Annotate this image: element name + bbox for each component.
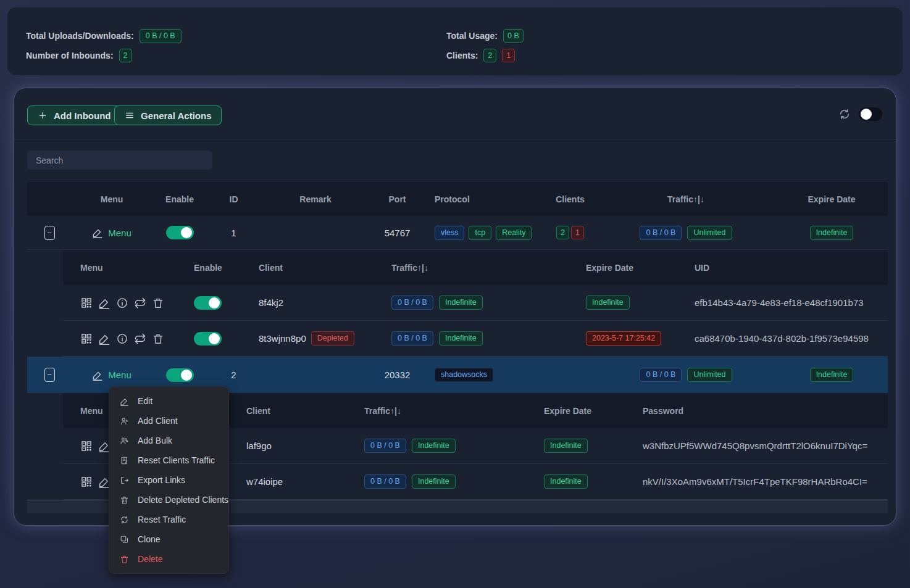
trash-icon [120, 555, 129, 564]
expire-badge: Indefinite [586, 296, 630, 310]
subheader-client: Client [232, 393, 356, 428]
qrcode-icon[interactable] [80, 333, 93, 345]
reset-traffic-icon[interactable] [134, 333, 146, 345]
search-input[interactable] [27, 151, 212, 170]
inbounds-panel: Add Inbound General Actions Menu Enable … [14, 88, 896, 526]
row-menu-button[interactable]: Menu [92, 370, 131, 381]
subheader-expire-date: Expire Date [532, 393, 637, 428]
total-uploads-downloads-value: 0 B / 0 B [140, 29, 182, 43]
collapse-row-button[interactable]: − [44, 368, 55, 382]
inbound-id: 1 [207, 216, 260, 249]
refresh-icon[interactable] [838, 108, 851, 120]
traffic-badge: 0 B / 0 B [391, 331, 433, 346]
traffic-limit-badge: Unlimited [687, 226, 732, 240]
clients-label: Clients: [446, 51, 478, 60]
clients-depleted-badge: 1 [571, 226, 584, 239]
general-actions-label: General Actions [141, 110, 211, 121]
menu-item-reset-traffic[interactable]: Reset Traffic [109, 510, 228, 529]
expire-badge: 2023-5-7 17:25:42 [586, 331, 661, 346]
menu-item-delete[interactable]: Delete [109, 549, 228, 569]
client-uid: efb14b43-4a79-4e83-ef18-e48cf1901b73 [686, 285, 888, 320]
client-name: 8f4kj2 [251, 285, 371, 320]
menu-item-clone[interactable]: Clone [109, 529, 228, 549]
transport-badge: tcp [469, 226, 491, 240]
auto-refresh-toggle[interactable] [859, 107, 882, 121]
inbound-port: 20332 [371, 357, 424, 393]
number-of-inbounds-label: Number of Inbounds: [26, 51, 114, 60]
client-name: 8t3wjnn8p0 [259, 333, 306, 344]
add-inbound-button[interactable]: Add Inbound [27, 106, 121, 125]
enable-toggle[interactable] [194, 296, 222, 310]
edit-icon[interactable] [98, 333, 111, 345]
row-menu-button[interactable]: Menu [92, 227, 131, 238]
info-icon[interactable] [116, 297, 128, 309]
enable-toggle[interactable] [166, 368, 194, 382]
total-usage: Total Usage: 0 B [446, 28, 524, 43]
expire-badge: Indefinite [544, 474, 588, 489]
reset-traffic-icon[interactable] [134, 297, 146, 309]
menu-item-add-bulk[interactable]: Add Bulk [109, 431, 228, 450]
info-icon[interactable] [116, 333, 128, 345]
qrcode-icon[interactable] [80, 476, 93, 488]
header-traffic[interactable]: Traffic↑|↓ [596, 182, 775, 216]
traffic-badge: 0 B / 0 B [640, 226, 682, 240]
pen-icon [120, 397, 129, 406]
clients-subtable-1: Menu Enable Client Traffic↑|↓ Expire Dat… [63, 250, 888, 357]
inbound-port: 54767 [371, 216, 424, 249]
menu-item-add-client[interactable]: Add Client [109, 411, 228, 431]
plus-icon [38, 110, 48, 120]
menu-item-export-links[interactable]: Export Links [109, 470, 228, 490]
header-expire-date: Expire Date [775, 182, 888, 216]
subheader-password: Password [637, 393, 888, 428]
clone-icon [120, 535, 129, 544]
enable-toggle[interactable] [194, 332, 222, 346]
qrcode-icon[interactable] [80, 440, 93, 452]
number-of-inbounds: Number of Inbounds: 2 [26, 48, 132, 63]
security-badge: Reality [496, 226, 532, 240]
subheader-traffic[interactable]: Traffic↑|↓ [356, 393, 532, 428]
header-menu: Menu [72, 182, 152, 216]
clients-active-badge: 2 [556, 226, 569, 239]
traffic-badge: 0 B / 0 B [640, 368, 682, 382]
subheader-menu: Menu [63, 250, 186, 285]
subheader-expire-date: Expire Date [575, 250, 686, 285]
header-port: Port [371, 182, 424, 216]
total-uploads-downloads: Total Uploads/Downloads: 0 B / 0 B [26, 28, 182, 43]
depleted-badge: Depleted [311, 331, 354, 346]
traffic-limit-badge: Indefinite [439, 331, 483, 346]
header-remark: Remark [260, 182, 371, 216]
general-actions-button[interactable]: General Actions [114, 106, 222, 125]
inbound-row-1: − Menu 1 54767 vless tcp Reality 2 1 0 B… [27, 216, 888, 250]
inbound-context-menu: Edit Add Client Add Bulk Reset Clients T… [109, 386, 229, 574]
pen-icon [92, 227, 103, 238]
stats-panel: Total Uploads/Downloads: 0 B / 0 B Numbe… [7, 7, 903, 75]
toolbar-divider [14, 139, 896, 139]
traffic-limit-badge: Indefinite [439, 296, 483, 310]
collapse-row-button[interactable]: − [44, 226, 55, 240]
inbound-remark [260, 357, 371, 393]
delete-icon[interactable] [152, 333, 164, 345]
header-id: ID [207, 182, 260, 216]
edit-icon[interactable] [98, 297, 111, 309]
client-password: nkV/I/3XoAm9v6xMT/T5IcrF4TpeTKF98rHARbRo… [637, 464, 888, 499]
traffic-limit-badge: Indefinite [412, 439, 456, 453]
header-expand [27, 182, 72, 216]
users-add-icon [120, 436, 129, 445]
traffic-badge: 0 B / 0 B [391, 296, 433, 310]
number-of-inbounds-value: 2 [119, 49, 132, 62]
reset-icon [120, 515, 129, 524]
menu-item-delete-depleted-clients[interactable]: Delete Depleted Clients [109, 490, 228, 510]
subheader-uid: UID [686, 250, 888, 285]
client-name: laf9go [232, 428, 356, 463]
header-clients: Clients [544, 182, 596, 216]
enable-toggle[interactable] [166, 226, 194, 239]
menu-item-edit[interactable]: Edit [109, 391, 228, 411]
header-enable: Enable [152, 182, 207, 216]
qrcode-icon[interactable] [80, 297, 93, 309]
traffic-limit-badge: Indefinite [412, 474, 456, 489]
user-add-icon [120, 416, 129, 426]
hamburger-icon [125, 110, 135, 120]
delete-icon[interactable] [152, 297, 164, 309]
menu-item-reset-clients-traffic[interactable]: Reset Clients Traffic [109, 450, 228, 470]
subheader-traffic[interactable]: Traffic↑|↓ [371, 250, 575, 285]
